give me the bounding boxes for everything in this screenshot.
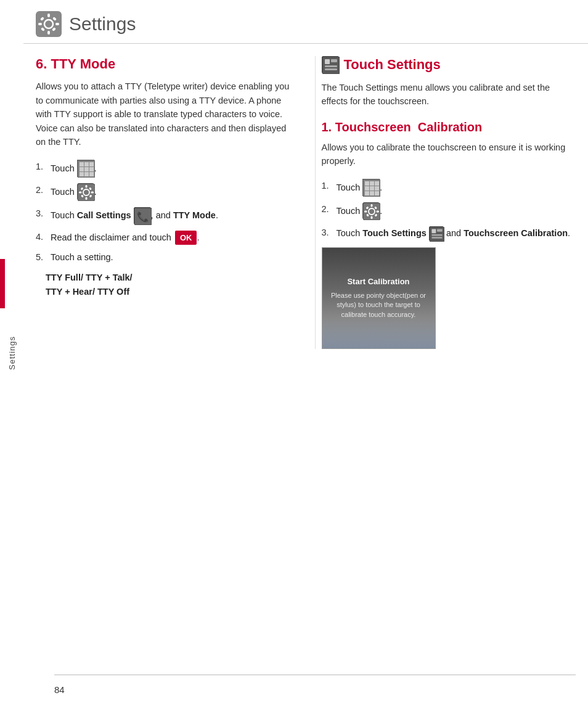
tty-step-5: 5. Touch a setting. xyxy=(36,251,290,265)
sidebar-tab-bar xyxy=(0,259,5,308)
two-columns: 6. TTY Mode Allows you to attach a TTY (… xyxy=(23,56,588,349)
svg-text:📞: 📞 xyxy=(137,211,149,223)
touch-settings-title: Touch Settings xyxy=(344,57,441,73)
page-header: Settings xyxy=(23,0,588,44)
tty-options-line1: TTY Full/ TTY + Talk/ xyxy=(46,271,290,285)
tty-step-2: 2. Touch xyxy=(36,184,290,201)
svg-rect-61 xyxy=(431,237,442,239)
tty-options-line2: TTY + Hear/ TTY Off xyxy=(46,285,290,299)
right-column: Touch Settings The Touch Settings menu a… xyxy=(315,56,576,349)
svg-rect-46 xyxy=(375,191,379,195)
step-content-1: Touch xyxy=(51,160,290,178)
tty-mode-body: Allows you to attach a TTY (Teletype wri… xyxy=(36,80,290,149)
touchscreen-calibration-title: 1. Touchscreen Calibration xyxy=(322,120,576,134)
step-content-4: Read the disclaimer and touch OK. xyxy=(51,231,290,245)
svg-rect-24 xyxy=(79,191,82,193)
main-content: Settings 6. TTY Mode Allows you to attac… xyxy=(23,0,588,706)
tty-options: TTY Full/ TTY + Talk/ TTY + Hear/ TTY Of… xyxy=(46,271,290,299)
step-num-1: 1. xyxy=(36,160,51,178)
step-num-4: 4. xyxy=(36,231,51,245)
touch-settings-header-icon xyxy=(322,56,339,73)
svg-rect-17 xyxy=(80,172,84,176)
svg-rect-19 xyxy=(89,172,94,176)
svg-rect-12 xyxy=(84,162,89,166)
svg-rect-42 xyxy=(370,186,374,191)
step-content-5: Touch a setting. xyxy=(51,251,290,265)
svg-rect-44 xyxy=(365,191,369,195)
svg-rect-38 xyxy=(365,181,369,186)
settings-icon-right-2 xyxy=(362,202,380,220)
svg-rect-34 xyxy=(331,59,337,62)
calib-step-3: 3. Touch Touch Settings and Touchscreen … xyxy=(322,226,576,241)
settings-header-icon xyxy=(36,11,62,37)
svg-rect-11 xyxy=(80,162,84,166)
tty-step-1: 1. Touch xyxy=(36,160,290,178)
svg-rect-15 xyxy=(84,167,89,171)
tty-mode-title: 6. TTY Mode xyxy=(36,56,290,72)
calib-step-1: 1. Touch xyxy=(322,179,576,197)
bottom-divider xyxy=(54,675,576,675)
touch-settings-icon-right xyxy=(429,226,444,241)
calib-step-num-2: 2. xyxy=(322,203,337,220)
svg-rect-43 xyxy=(375,186,379,191)
svg-rect-5 xyxy=(55,23,59,25)
svg-rect-52 xyxy=(377,210,380,212)
calib-step-content-3: Touch Touch Settings and Touchscreen Cal… xyxy=(337,226,576,241)
page-title: Settings xyxy=(69,14,136,35)
svg-rect-49 xyxy=(371,204,373,207)
calib-step-content-1: Touch xyxy=(337,179,576,197)
touchscreen-calibration-body: Allows you to calibrate the touchscreen … xyxy=(322,141,576,168)
touch-settings-intro: The Touch Settings menu allows you calib… xyxy=(322,81,576,109)
step-num-5: 5. xyxy=(36,251,51,265)
calib-step-content-2: Touch xyxy=(337,203,576,220)
tty-step-4: 4. Read the disclaimer and touch OK. xyxy=(36,231,290,245)
calib-step-2: 2. Touch xyxy=(322,203,576,220)
apps-icon-left-1 xyxy=(77,160,94,177)
sidebar-tab: Settings xyxy=(0,0,23,706)
svg-rect-36 xyxy=(325,68,337,70)
svg-rect-13 xyxy=(89,162,94,166)
svg-rect-41 xyxy=(365,186,369,191)
svg-rect-23 xyxy=(85,197,87,200)
calib-screenshot-title: Start Calibration xyxy=(347,277,409,286)
svg-rect-16 xyxy=(89,167,94,171)
calibration-screenshot: Start Calibration Please use pointy obje… xyxy=(322,247,436,349)
svg-rect-50 xyxy=(371,216,373,219)
svg-rect-58 xyxy=(431,229,436,233)
sidebar-label: Settings xyxy=(7,336,17,370)
svg-rect-60 xyxy=(431,234,442,236)
touch-settings-heading-row: Touch Settings xyxy=(322,56,576,73)
svg-rect-3 xyxy=(47,31,50,35)
svg-rect-59 xyxy=(437,229,443,231)
svg-rect-4 xyxy=(38,23,42,25)
svg-rect-25 xyxy=(91,191,94,193)
svg-rect-35 xyxy=(325,65,337,67)
calib-screenshot-body: Please use pointy object(pen or stylus) … xyxy=(330,291,428,319)
svg-rect-40 xyxy=(375,181,379,186)
step-content-3: Touch Call Settings 📞 , and TTY Mode. xyxy=(51,207,290,224)
calib-step-num-3: 3. xyxy=(322,226,337,241)
svg-rect-39 xyxy=(370,181,374,186)
call-settings-icon-left: 📞 xyxy=(134,207,151,224)
step-num-3: 3. xyxy=(36,207,51,224)
ok-button-label: OK xyxy=(175,231,197,245)
svg-rect-51 xyxy=(364,210,367,212)
svg-rect-14 xyxy=(80,167,84,171)
step-content-2: Touch xyxy=(51,184,290,201)
svg-rect-2 xyxy=(47,14,50,17)
tty-step-3: 3. Touch Call Settings 📞 , and TTY Mode. xyxy=(36,207,290,224)
left-column: 6. TTY Mode Allows you to attach a TTY (… xyxy=(36,56,296,349)
settings-icon-left-2 xyxy=(77,183,94,200)
svg-rect-22 xyxy=(85,185,87,188)
svg-rect-18 xyxy=(84,172,89,176)
step-num-2: 2. xyxy=(36,184,51,201)
apps-icon-right-1 xyxy=(362,179,380,196)
svg-rect-45 xyxy=(370,191,374,195)
calib-step-num-1: 1. xyxy=(322,179,337,197)
svg-rect-33 xyxy=(325,59,330,64)
page-number: 84 xyxy=(54,684,65,695)
